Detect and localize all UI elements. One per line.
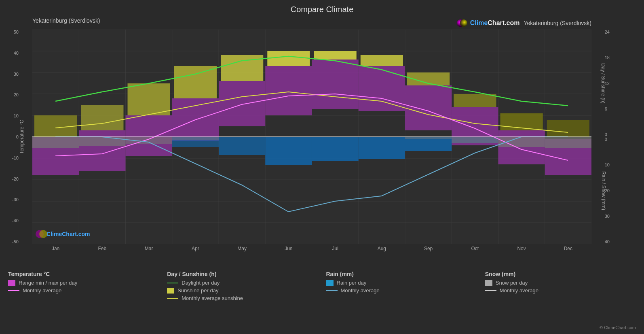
legend-temperature: Temperature °C Range min / max per day M…: [8, 271, 159, 303]
month-oct: Oct: [452, 246, 498, 251]
legend-sunshine-avg-line: [167, 298, 178, 299]
legend-rain-avg-line: [326, 290, 338, 291]
location-label-left: Yekaterinburg (Sverdlovsk): [32, 17, 100, 24]
legend-sunshine-color: [167, 288, 174, 294]
svg-rect-60: [79, 137, 125, 146]
copyright: © ClimeChart.com: [600, 325, 636, 330]
main-chart-svg: ClimeChart.com: [32, 30, 591, 244]
legend-snow-color: [485, 280, 492, 286]
y-axis-right-rain: 0 10 20 30 40: [605, 137, 610, 244]
svg-rect-55: [405, 137, 452, 151]
month-jun: Jun: [265, 246, 312, 251]
svg-rect-64: [452, 137, 498, 143]
legend-snow-title: Snow (mm): [485, 271, 636, 277]
svg-rect-42: [128, 83, 170, 115]
month-aug: Aug: [359, 246, 405, 251]
svg-rect-38: [498, 130, 545, 164]
legend-area: Temperature °C Range min / max per day M…: [0, 264, 644, 307]
svg-point-70: [39, 230, 47, 238]
y-label-temperature: Temperature °C: [19, 120, 25, 154]
month-jul: Jul: [312, 246, 359, 251]
legend-rain-color: [326, 280, 334, 286]
svg-rect-45: [267, 51, 310, 66]
month-jan: Jan: [32, 246, 79, 251]
svg-rect-59: [32, 137, 79, 148]
legend-snow-avg: Monthly average: [485, 287, 636, 294]
legend-daylight-label: Daylight per day: [182, 280, 220, 286]
svg-rect-43: [174, 66, 217, 98]
legend-rain-avg-label: Monthly average: [341, 287, 380, 294]
svg-rect-34: [312, 60, 359, 109]
legend-temp-avg-label: Monthly average: [23, 287, 61, 294]
legend-rain-bar: Rain per day: [326, 280, 477, 286]
month-dec: Dec: [545, 246, 591, 251]
legend-temp-range-label: Range min / max per day: [19, 280, 77, 286]
logo-text-top: ClimeChart.com: [470, 19, 520, 27]
chart-wrapper: Temperature °C Day / Sunshine (h) Rain /…: [32, 30, 591, 244]
svg-rect-49: [454, 94, 496, 107]
main-title: Compare Climate: [0, 0, 644, 14]
legend-rain-avg: Monthly average: [326, 287, 477, 294]
month-apr: Apr: [172, 246, 219, 251]
svg-rect-53: [312, 137, 359, 161]
y-axis-right-sunshine: 24 18 12 6 0: [605, 30, 610, 137]
legend-sunshine: Day / Sunshine (h) Daylight per day Suns…: [167, 271, 318, 303]
legend-daylight-line: [167, 283, 178, 283]
legend-rain-title: Rain (mm): [326, 271, 477, 277]
legend-temp-title: Temperature °C: [8, 271, 159, 277]
svg-rect-36: [405, 85, 452, 130]
legend-sunshine-avg: Monthly average sunshine: [167, 295, 318, 301]
month-may: May: [219, 246, 265, 251]
legend-temp-range: Range min / max per day: [8, 280, 159, 286]
legend-sunshine-bar: Sunshine per day: [167, 287, 318, 294]
legend-rain-bar-label: Rain per day: [337, 280, 367, 286]
legend-temp-range-color: [8, 280, 15, 286]
y-axis-left: 50 40 30 20 10 0 -10 -20 -30 -40 -50: [12, 30, 19, 244]
logo-icon-top: [456, 17, 468, 29]
svg-text:ClimeChart.com: ClimeChart.com: [46, 231, 90, 237]
legend-snow-avg-line: [485, 290, 496, 291]
svg-rect-33: [265, 66, 312, 115]
month-feb: Feb: [79, 246, 125, 251]
svg-rect-41: [81, 105, 123, 130]
svg-point-1: [460, 19, 467, 27]
month-mar: Mar: [126, 246, 172, 251]
legend-snow: Snow (mm) Snow per day Monthly average: [485, 271, 636, 303]
legend-snow-avg-label: Monthly average: [500, 287, 538, 294]
svg-rect-32: [219, 81, 265, 126]
logo-area-top-right: ClimeChart.com Yekaterinburg (Sverdlovsk…: [456, 17, 591, 29]
svg-rect-56: [219, 137, 265, 155]
legend-rain: Rain (mm) Rain per day Monthly average: [326, 271, 477, 303]
legend-temp-avg: Monthly average: [8, 287, 159, 294]
page-container: Compare Climate Yekaterinburg (Sverdlovs…: [0, 0, 644, 334]
svg-rect-47: [361, 55, 403, 66]
svg-rect-54: [359, 137, 405, 159]
month-sep: Sep: [405, 246, 452, 251]
x-axis: Jan Feb Mar Apr May Jun Jul Aug Sep Oct …: [32, 246, 591, 251]
legend-sunshine-bar-label: Sunshine per day: [177, 287, 218, 294]
svg-rect-35: [359, 66, 405, 111]
svg-rect-52: [265, 137, 312, 165]
svg-rect-66: [545, 137, 591, 148]
legend-snow-bar-label: Snow per day: [496, 280, 528, 286]
legend-snow-bar: Snow per day: [485, 280, 636, 286]
month-nov: Nov: [498, 246, 545, 251]
legend-temp-avg-line: [8, 290, 19, 291]
legend-sunshine-avg-label: Monthly average sunshine: [182, 295, 243, 301]
svg-rect-46: [314, 51, 357, 60]
svg-rect-62: [172, 137, 219, 140]
location-label-right: Yekaterinburg (Sverdlovsk): [524, 20, 591, 26]
svg-rect-51: [547, 120, 589, 137]
legend-sunshine-title: Day / Sunshine (h): [167, 271, 318, 277]
legend-daylight: Daylight per day: [167, 280, 318, 286]
